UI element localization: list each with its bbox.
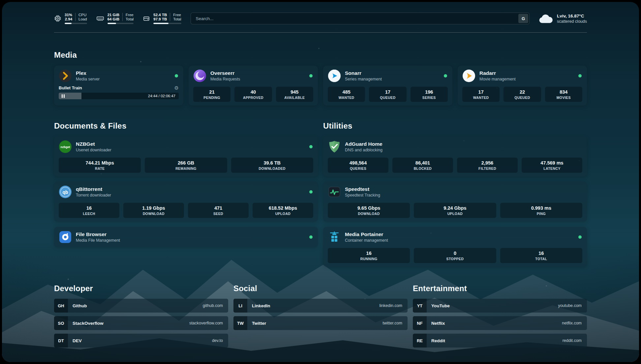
status-indicator-online <box>444 74 447 77</box>
stat-value: 47.569 ms <box>523 160 581 166</box>
metric-values: 31%CPU2.94Load <box>65 13 87 21</box>
stat-label: REMAINING <box>146 167 225 170</box>
app-titles: File BrowserMedia File Management <box>76 231 120 243</box>
bookmark-stackoverflow[interactable]: SOStackOverflowstackoverflow.com <box>54 316 228 330</box>
weather-condition: scattered clouds <box>557 19 587 24</box>
stat-leech: 16LEECH <box>59 203 119 218</box>
stats-row: 498,564QUERIES86,401BLOCKED2,956FILTERED… <box>328 158 582 173</box>
stat-wanted: 17WANTED <box>462 87 500 102</box>
metric-label: Total <box>170 17 181 21</box>
stats-row: 17WANTED22QUEUED834MOVIES <box>462 82 582 102</box>
stat-value: 22 <box>505 89 539 95</box>
app-card-media-portainer[interactable]: Media PortainerContainer management16RUN… <box>323 227 587 267</box>
bookmark-linkedin[interactable]: LILinkedInlinkedin.com <box>233 299 408 313</box>
bookmark-youtube[interactable]: YTYouTubeyoutube.com <box>413 299 587 313</box>
metric-label: Free <box>170 13 181 17</box>
playback-progress-bar[interactable]: 24:44 / 02:06:47 <box>59 93 179 99</box>
status-indicator-online <box>578 74 582 77</box>
bookmark-github[interactable]: GHGithubgithub.com <box>54 299 228 313</box>
stat-label: APPROVED <box>236 96 270 100</box>
app-titles: qBittorrentTorrent downloader <box>76 186 111 197</box>
stat-download: 9.65 GbpsDOWNLOAD <box>328 203 410 218</box>
card-head: AdGuard HomeDNS and adblocking <box>328 140 582 153</box>
stat-label: SEED <box>190 212 247 216</box>
stat-label: UPLOAD <box>254 212 312 216</box>
stat-label: DOWNLOADED <box>233 167 312 170</box>
app-card-speedtest[interactable]: SpeedtestSpeedtest Tracking9.65 GbpsDOWN… <box>323 182 587 222</box>
stat-upload: 9.24 GbpsUPLOAD <box>414 203 496 218</box>
bookmark-url: reddit.com <box>563 338 582 343</box>
app-card-adguard-home[interactable]: AdGuard HomeDNS and adblocking498,564QUE… <box>323 136 587 176</box>
stat-value: 2,956 <box>459 160 516 166</box>
section-media: Media PlexMedia serverBullet Train⚙24:44… <box>54 50 587 106</box>
bookmark-icon: SO <box>54 316 68 330</box>
app-subtitle: Series management <box>345 77 382 81</box>
stat-label: WANTED <box>464 96 498 100</box>
card-head: File BrowserMedia File Management <box>59 230 313 244</box>
now-playing-row: Bullet Train⚙ <box>59 85 179 90</box>
gear-icon[interactable]: ⚙ <box>174 85 179 90</box>
stat-queued: 17QUEUED <box>369 87 406 102</box>
stat-value: 86,401 <box>394 160 451 166</box>
app-card-file-browser[interactable]: File BrowserMedia File Management <box>54 227 318 247</box>
bookmark-url: linkedin.com <box>380 303 402 308</box>
weather-widget[interactable]: Lviv, 16.87°C scattered clouds <box>539 14 587 24</box>
metric-value: 64 GiB <box>107 17 122 21</box>
bookmark-group-social: SocialLILinkedInlinkedin.comTWTwittertwi… <box>233 284 408 330</box>
bookmark-twitter[interactable]: TWTwittertwitter.com <box>233 316 408 330</box>
stat-latency: 47.569 msLATENCY <box>522 158 582 173</box>
weather-text: Lviv, 16.87°C scattered clouds <box>557 14 587 24</box>
metric-label: Total <box>122 17 134 21</box>
stat-label: MOVIES <box>547 96 581 100</box>
nzbget-icon: nzbget <box>59 140 72 153</box>
status-indicator-online <box>309 235 313 239</box>
bookmark-group-entertainment: EntertainmentYTYouTubeyoutube.comNFNetfl… <box>413 284 587 348</box>
metric-values: 21 GiBFree64 GiBTotal <box>107 13 134 21</box>
metric-label: Load <box>75 17 87 21</box>
stat-value: 16 <box>60 205 118 211</box>
stat-ping: 0.993 msPING <box>500 203 582 218</box>
section-title-entertainment: Entertainment <box>413 284 587 293</box>
metric-value: 2.94 <box>65 17 75 21</box>
bookmark-url: github.com <box>203 303 223 308</box>
bookmark-reddit[interactable]: RERedditreddit.com <box>413 334 587 348</box>
stat-label: RUNNING <box>329 257 408 261</box>
stat-value: 16 <box>502 251 581 256</box>
search-input[interactable] <box>192 16 518 21</box>
stat-pending: 21PENDING <box>193 87 230 102</box>
bookmark-netflix[interactable]: NFNetflixnetflix.com <box>413 316 587 330</box>
app-subtitle: DNS and adblocking <box>345 148 382 152</box>
app-card-qbittorrent[interactable]: qbqBittorrentTorrent downloader16LEECH1.… <box>54 182 318 222</box>
bookmark-icon: NF <box>413 316 427 330</box>
weather-location: Lviv, 16.87°C <box>557 14 587 18</box>
stat-value: 21 <box>195 89 229 95</box>
stat-download: 1.19 GbpsDOWNLOAD <box>123 203 184 218</box>
card-head: qbqBittorrentTorrent downloader <box>59 185 313 198</box>
pause-icon[interactable] <box>62 94 65 98</box>
app-name: NZBGet <box>76 141 111 147</box>
app-card-sonarr[interactable]: SonarrSeries management485WANTED17QUEUED… <box>323 66 452 106</box>
bookmark-url: dev.to <box>212 338 223 343</box>
metric-values: 52.4 TBFree97.9 TBTotal <box>153 13 181 21</box>
svg-text:qb: qb <box>62 190 68 195</box>
search-engine-button[interactable]: G <box>518 14 528 23</box>
card-head: SonarrSeries management <box>328 69 448 82</box>
app-card-nzbget[interactable]: nzbgetNZBGetUsenet downloader744.21 Mbps… <box>54 136 318 176</box>
app-titles: OverseerrMedia Requests <box>210 70 240 81</box>
app-name: Overseerr <box>210 70 240 76</box>
stat-filtered: 2,956FILTERED <box>457 158 518 173</box>
app-subtitle: Usenet downloader <box>76 148 111 152</box>
app-card-overseerr[interactable]: OverseerrMedia Requests21PENDING40APPROV… <box>189 66 318 106</box>
bookmark-name: Reddit <box>431 338 445 343</box>
utilities-cards: AdGuard HomeDNS and adblocking498,564QUE… <box>323 136 587 267</box>
app-card-plex[interactable]: PlexMedia serverBullet Train⚙24:44 / 02:… <box>54 66 183 106</box>
bookmark-dev[interactable]: DTDEVdev.to <box>54 334 228 348</box>
bookmark-icon: LI <box>233 299 247 313</box>
section-title-media: Media <box>54 50 587 60</box>
app-subtitle: Speedtest Tracking <box>345 193 380 197</box>
card-head: OverseerrMedia Requests <box>193 69 313 82</box>
app-card-radarr[interactable]: RadarrMovie management17WANTED22QUEUED83… <box>458 66 587 106</box>
metric-progress-bar <box>153 23 181 24</box>
bookmark-icon: YT <box>413 299 427 313</box>
app-name: File Browser <box>76 231 120 237</box>
